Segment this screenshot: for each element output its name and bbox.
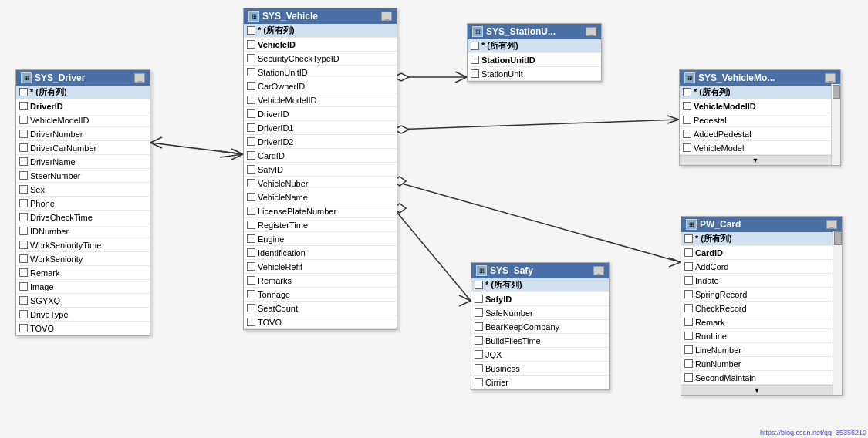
checkbox[interactable]: [19, 185, 28, 194]
scroll-indicator[interactable]: ▼: [681, 385, 833, 395]
checkbox[interactable]: [684, 359, 693, 368]
checkbox[interactable]: [684, 248, 693, 257]
checkbox[interactable]: [475, 336, 483, 345]
checkbox[interactable]: [247, 165, 255, 174]
field-name: VehicleName: [258, 193, 308, 202]
checkbox[interactable]: [684, 318, 693, 326]
minimize-button[interactable]: _: [825, 73, 836, 83]
checkbox[interactable]: [247, 276, 255, 285]
checkbox[interactable]: [247, 54, 255, 62]
checkbox[interactable]: [684, 345, 693, 354]
sys-safy-header[interactable]: ⊞ SYS_Safy _: [471, 263, 609, 278]
checkbox[interactable]: [247, 262, 255, 271]
sys-vehiclemodel-table: ⊞ SYS_VehicleMo... _ * (所有列) VehicleMode…: [679, 69, 841, 166]
checkbox[interactable]: [19, 130, 28, 138]
sys-vehiclemodel-title: SYS_VehicleMo...: [698, 72, 775, 83]
checkbox[interactable]: [19, 199, 28, 207]
scrollbar[interactable]: [833, 231, 842, 395]
checkbox[interactable]: [475, 322, 483, 331]
checkbox[interactable]: [684, 234, 693, 243]
checkbox[interactable]: [247, 234, 255, 243]
checkbox[interactable]: [475, 281, 483, 289]
checkbox[interactable]: [19, 213, 28, 221]
field-name: TOVO: [30, 324, 54, 333]
checkbox[interactable]: [683, 102, 691, 110]
checkbox[interactable]: [684, 373, 693, 382]
field-name: SecurityCheckTypeID: [258, 54, 339, 63]
checkbox[interactable]: [247, 123, 255, 132]
svg-line-1: [150, 137, 162, 143]
checkbox[interactable]: [247, 82, 255, 90]
checkbox[interactable]: [19, 143, 28, 152]
minimize-button[interactable]: _: [586, 27, 596, 36]
sys-stationunit-header[interactable]: ⊞ SYS_StationU... _: [468, 24, 601, 39]
checkbox[interactable]: [683, 88, 691, 96]
table-row: VehicleModelID: [680, 99, 831, 113]
minimize-button[interactable]: _: [381, 12, 392, 21]
scroll-thumb[interactable]: [834, 231, 842, 245]
checkbox[interactable]: [683, 143, 691, 152]
scroll-indicator[interactable]: ▼: [680, 155, 831, 165]
checkbox[interactable]: [19, 324, 28, 332]
checkbox[interactable]: [19, 116, 28, 124]
checkbox[interactable]: [247, 40, 255, 49]
checkbox[interactable]: [247, 207, 255, 215]
checkbox[interactable]: [247, 221, 255, 229]
scrollbar[interactable]: [831, 84, 840, 165]
checkbox[interactable]: [247, 26, 255, 35]
checkbox[interactable]: [19, 268, 28, 277]
checkbox[interactable]: [684, 290, 693, 298]
field-name: Business: [485, 364, 520, 373]
checkbox[interactable]: [684, 262, 693, 271]
checkbox[interactable]: [247, 96, 255, 104]
checkbox[interactable]: [19, 157, 28, 166]
checkbox[interactable]: [475, 364, 483, 372]
checkbox[interactable]: [475, 308, 483, 317]
pw-card-header[interactable]: ⊞ PW_Card _: [681, 217, 842, 232]
sys-driver-header[interactable]: ⊞ SYS_Driver _: [16, 70, 150, 86]
table-row: VehicleName: [244, 190, 397, 204]
field-name: VehicleID: [258, 40, 296, 49]
checkbox[interactable]: [19, 241, 28, 249]
checkbox[interactable]: [19, 88, 28, 96]
table-row: Sex: [16, 183, 150, 197]
checkbox[interactable]: [471, 56, 479, 64]
sys-vehiclemodel-header[interactable]: ⊞ SYS_VehicleMo... _: [680, 70, 840, 86]
scroll-thumb[interactable]: [833, 85, 840, 99]
checkbox[interactable]: [683, 130, 691, 138]
sys-stationunit-table: ⊞ SYS_StationU... _ * (所有列) StationUnitI…: [467, 23, 602, 82]
checkbox[interactable]: [247, 290, 255, 298]
checkbox[interactable]: [684, 332, 693, 340]
minimize-button[interactable]: _: [826, 220, 837, 229]
checkbox[interactable]: [684, 276, 693, 285]
checkbox[interactable]: [19, 171, 28, 180]
table-row: BearKeepCompany: [471, 320, 609, 334]
checkbox[interactable]: [19, 310, 28, 318]
checkbox[interactable]: [475, 350, 483, 359]
checkbox[interactable]: [475, 295, 483, 303]
checkbox[interactable]: [471, 69, 479, 78]
checkbox[interactable]: [247, 248, 255, 257]
checkbox[interactable]: [247, 304, 255, 312]
checkbox[interactable]: [247, 318, 255, 326]
checkbox[interactable]: [19, 254, 28, 263]
checkbox[interactable]: [247, 151, 255, 160]
checkbox[interactable]: [683, 116, 691, 124]
checkbox[interactable]: [19, 282, 28, 291]
checkbox[interactable]: [684, 304, 693, 312]
checkbox[interactable]: [247, 179, 255, 187]
table-row: SeatCount: [244, 302, 397, 315]
checkbox[interactable]: [19, 227, 28, 235]
sys-vehicle-header[interactable]: ⊞ SYS_Vehicle _: [244, 8, 397, 24]
field-name: SafyID: [258, 165, 283, 174]
checkbox[interactable]: [19, 102, 28, 110]
checkbox[interactable]: [475, 378, 483, 386]
minimize-button[interactable]: _: [134, 73, 145, 83]
checkbox[interactable]: [247, 137, 255, 146]
checkbox[interactable]: [247, 110, 255, 118]
checkbox[interactable]: [247, 68, 255, 76]
minimize-button[interactable]: _: [593, 266, 604, 275]
checkbox[interactable]: [247, 193, 255, 201]
checkbox[interactable]: [19, 296, 28, 305]
checkbox[interactable]: [471, 42, 479, 50]
